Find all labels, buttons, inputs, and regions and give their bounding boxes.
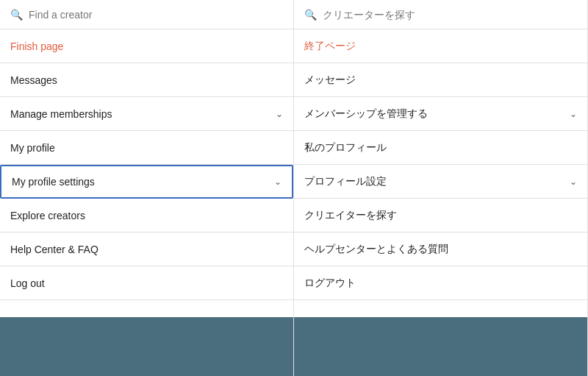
right-menu-label-explore-creators: クリエイターを探す [304, 209, 397, 222]
right-menu-item-finish-page[interactable]: 終了ページ [294, 29, 587, 63]
left-menu-label-help-center: Help Center & FAQ [10, 244, 98, 255]
left-menu-item-my-profile-settings[interactable]: My profile settings ⌄ [0, 165, 293, 199]
left-menu-item-messages[interactable]: Messages [0, 63, 293, 97]
right-menu-label-messages: メッセージ [304, 74, 356, 87]
left-bottom-overlay [0, 317, 293, 376]
left-menu-label-messages: Messages [10, 74, 57, 86]
chevron-right-profile-settings-icon: ⌄ [570, 177, 577, 187]
left-search-icon: 🔍 [10, 9, 23, 21]
left-menu-item-log-out[interactable]: Log out [0, 266, 293, 300]
chevron-right-manage-memberships-icon: ⌄ [570, 109, 577, 119]
left-search-input[interactable] [29, 9, 283, 21]
right-menu-label-manage-memberships: メンバーシップを管理する [304, 107, 428, 121]
left-menu-item-finish-page[interactable]: Finish page [0, 29, 293, 63]
left-menu-label-finish-page: Finish page [10, 40, 63, 52]
chevron-manage-memberships-icon: ⌄ [276, 109, 283, 119]
right-menu-item-messages[interactable]: メッセージ [294, 63, 587, 97]
right-panel: 🔍 終了ページ メッセージ メンバーシップを管理する ⌄ 私のプロフィール [294, 0, 588, 376]
left-panel: 🔍 Finish page Messages Manage membership… [0, 0, 294, 376]
right-menu-label-help-center: ヘルプセンターとよくある質問 [304, 243, 448, 256]
left-menu-label-my-profile: My profile [10, 142, 55, 154]
right-menu-label-log-out: ログアウト [304, 277, 356, 290]
left-menu-label-manage-memberships: Manage memberships [10, 108, 112, 120]
app-container: 🔍 Finish page Messages Manage membership… [0, 0, 588, 376]
left-menu-item-my-profile[interactable]: My profile [0, 131, 293, 165]
right-search-icon: 🔍 [304, 9, 317, 21]
right-menu-item-my-profile[interactable]: 私のプロフィール [294, 131, 587, 165]
left-menu-list: Finish page Messages Manage memberships … [0, 29, 293, 317]
left-menu-item-manage-memberships[interactable]: Manage memberships ⌄ [0, 97, 293, 131]
right-search-input[interactable] [323, 9, 577, 21]
left-menu-label-explore-creators: Explore creators [10, 210, 85, 221]
left-menu-label-my-profile-settings: My profile settings [12, 176, 95, 188]
left-menu-label-log-out: Log out [10, 277, 45, 289]
right-menu-label-my-profile: 私のプロフィール [304, 141, 387, 155]
right-menu-item-manage-memberships[interactable]: メンバーシップを管理する ⌄ [294, 97, 587, 131]
right-menu-item-help-center[interactable]: ヘルプセンターとよくある質問 [294, 233, 587, 266]
right-menu-label-finish-page: 終了ページ [304, 40, 356, 53]
right-bottom-overlay [294, 317, 587, 376]
left-search-bar[interactable]: 🔍 [0, 0, 293, 29]
left-menu-item-help-center[interactable]: Help Center & FAQ [0, 233, 293, 266]
chevron-my-profile-settings-icon: ⌄ [274, 177, 282, 187]
right-menu-item-my-profile-settings[interactable]: プロフィール設定 ⌄ [294, 165, 587, 199]
right-menu-item-log-out[interactable]: ログアウト [294, 266, 587, 300]
right-search-bar[interactable]: 🔍 [294, 0, 587, 29]
left-menu-item-explore-creators[interactable]: Explore creators [0, 199, 293, 233]
right-menu-label-my-profile-settings: プロフィール設定 [304, 175, 387, 188]
right-menu-item-explore-creators[interactable]: クリエイターを探す [294, 199, 587, 233]
right-menu-list: 終了ページ メッセージ メンバーシップを管理する ⌄ 私のプロフィール プロフィ… [294, 29, 587, 317]
